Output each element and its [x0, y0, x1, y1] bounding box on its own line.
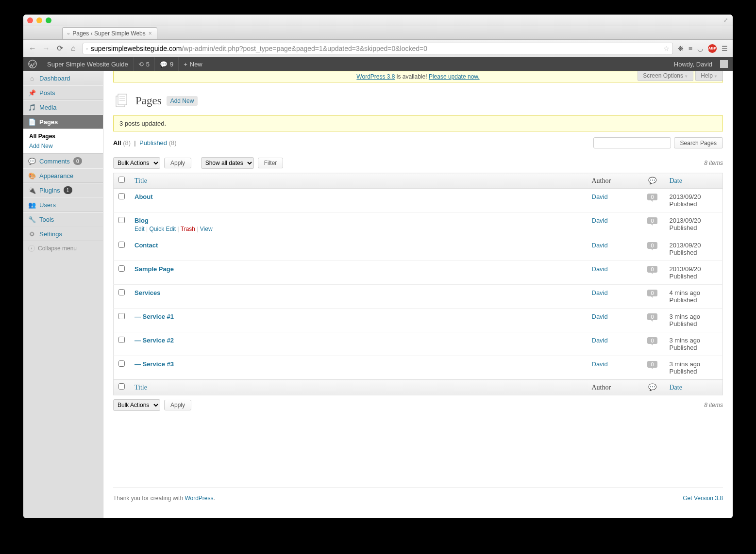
row-checkbox[interactable]	[118, 217, 125, 223]
page-title-link[interactable]: — Service #3	[134, 360, 174, 368]
search-input[interactable]	[593, 137, 671, 148]
col-author[interactable]: Author	[587, 173, 640, 189]
row-checkbox[interactable]	[118, 313, 125, 319]
submenu-add-new[interactable]: Add New	[23, 141, 103, 151]
col-title-foot[interactable]: Title	[130, 380, 587, 395]
row-checkbox[interactable]	[118, 265, 125, 272]
collapse-menu-button[interactable]: ‹ Collapse menu	[23, 241, 103, 256]
bulk-actions-select[interactable]: Bulk Actions	[113, 157, 160, 169]
quick-edit-link[interactable]: Quick Edit	[149, 226, 176, 232]
row-checkbox[interactable]	[118, 289, 125, 295]
row-checkbox[interactable]	[118, 242, 125, 248]
buffer-icon[interactable]: ≡	[689, 45, 692, 52]
search-pages-button[interactable]: Search Pages	[674, 137, 723, 148]
add-new-button[interactable]: Add New	[167, 96, 198, 106]
comment-count-badge[interactable]: 0	[647, 313, 657, 320]
author-link[interactable]: David	[592, 360, 608, 368]
filter-all[interactable]: All	[113, 139, 121, 147]
page-title-link[interactable]: Blog	[134, 217, 149, 224]
sidebar-item-plugins[interactable]: 🔌Plugins1	[23, 183, 103, 197]
site-name-link[interactable]: Super Simple Website Guide	[42, 57, 133, 71]
page-title-link[interactable]: Sample Page	[134, 265, 174, 273]
back-button[interactable]: ←	[28, 44, 37, 53]
select-all-checkbox[interactable]	[118, 177, 125, 183]
my-account-link[interactable]: Howdy, David	[669, 57, 717, 71]
filter-button[interactable]: Filter	[258, 158, 284, 168]
bulk-actions-select-bottom[interactable]: Bulk Actions	[113, 399, 160, 411]
sidebar-item-users[interactable]: 👥Users	[23, 198, 103, 212]
fullscreen-icon[interactable]: ⤢	[723, 17, 728, 23]
select-all-checkbox-foot[interactable]	[118, 383, 125, 390]
wordpress-logo-icon[interactable]	[23, 60, 42, 68]
avatar[interactable]	[720, 60, 728, 68]
reload-button[interactable]: ⟳	[55, 44, 64, 53]
apply-bulk-button[interactable]: Apply	[164, 158, 191, 168]
sidebar-item-appearance[interactable]: 🎨Appearance	[23, 169, 103, 182]
help-button[interactable]: Help	[695, 71, 723, 81]
window-close-button[interactable]	[27, 17, 33, 23]
browser-tab[interactable]: ▫ Pages ‹ Super Simple Webs ×	[62, 27, 157, 39]
sidebar-item-settings[interactable]: ⚙Settings	[23, 227, 103, 241]
view-link[interactable]: View	[200, 226, 213, 232]
col-date-foot[interactable]: Date	[665, 380, 723, 395]
author-link[interactable]: David	[592, 337, 608, 344]
row-checkbox[interactable]	[118, 360, 125, 367]
window-maximize-button[interactable]	[46, 17, 51, 23]
filter-published[interactable]: Published	[139, 139, 167, 147]
adblock-icon[interactable]: ABP	[708, 44, 717, 53]
sidebar-item-posts[interactable]: 📌Posts	[23, 86, 103, 99]
col-title[interactable]: Title	[130, 173, 587, 189]
get-version-link[interactable]: Get Version 3.8	[683, 495, 723, 502]
updates-link[interactable]: ⟲5	[134, 57, 154, 71]
window-minimize-button[interactable]	[36, 17, 42, 23]
comment-count-badge[interactable]: 0	[647, 194, 657, 200]
comment-count-badge[interactable]: 0	[647, 242, 657, 249]
col-date[interactable]: Date	[665, 173, 723, 189]
comment-count-badge[interactable]: 0	[647, 217, 657, 224]
row-checkbox[interactable]	[118, 193, 125, 199]
home-button[interactable]: ⌂	[69, 44, 78, 53]
comments-link[interactable]: 💬9	[155, 57, 178, 71]
sidebar-item-tools[interactable]: 🔧Tools	[23, 212, 103, 226]
address-bar[interactable]: ▫ supersimplewebsiteguide.com/wp-admin/e…	[83, 43, 673, 54]
close-tab-icon[interactable]: ×	[149, 30, 152, 37]
col-author-foot[interactable]: Author	[587, 380, 640, 395]
author-link[interactable]: David	[592, 289, 608, 296]
screen-options-button[interactable]: Screen Options	[638, 71, 693, 81]
pocket-icon[interactable]: ◡	[697, 45, 703, 52]
sidebar-item-dashboard[interactable]: ⌂Dashboard	[23, 71, 103, 85]
page-title-link[interactable]: — Service #1	[134, 313, 174, 320]
evernote-icon[interactable]: ❋	[678, 45, 684, 52]
wp-version-link[interactable]: WordPress 3.8	[356, 73, 395, 80]
submenu-all-pages[interactable]: All Pages	[23, 131, 103, 141]
comment-count-badge[interactable]: 0	[647, 337, 657, 344]
author-link[interactable]: David	[592, 217, 608, 224]
col-comments-foot[interactable]: 💬	[640, 380, 665, 395]
row-checkbox[interactable]	[118, 337, 125, 343]
sidebar-item-comments[interactable]: 💬Comments0	[23, 154, 103, 168]
sidebar-item-media[interactable]: 🎵Media	[23, 100, 103, 114]
author-link[interactable]: David	[592, 193, 608, 200]
forward-button[interactable]: →	[42, 44, 50, 53]
browser-menu-icon[interactable]: ☰	[722, 45, 728, 52]
update-now-link[interactable]: Please update now.	[429, 73, 480, 80]
author-link[interactable]: David	[592, 242, 608, 249]
apply-bulk-button-bottom[interactable]: Apply	[164, 400, 191, 410]
page-title-link[interactable]: Contact	[134, 242, 158, 249]
wordpress-link[interactable]: WordPress	[185, 495, 213, 502]
author-link[interactable]: David	[592, 265, 608, 273]
new-content-link[interactable]: +New	[179, 57, 207, 71]
col-comments[interactable]: 💬	[640, 173, 665, 189]
edit-link[interactable]: Edit	[134, 226, 145, 232]
author-link[interactable]: David	[592, 313, 608, 320]
date-filter-select[interactable]: Show all dates	[201, 157, 254, 169]
page-title-link[interactable]: Services	[134, 289, 161, 296]
comment-count-badge[interactable]: 0	[647, 290, 657, 296]
sidebar-item-pages[interactable]: 📄Pages	[23, 115, 103, 129]
comment-count-badge[interactable]: 0	[647, 266, 657, 273]
comment-count-badge[interactable]: 0	[647, 361, 657, 368]
bookmark-star-icon[interactable]: ☆	[663, 45, 670, 52]
page-title-link[interactable]: About	[134, 193, 153, 200]
trash-link[interactable]: Trash	[181, 226, 195, 232]
page-title-link[interactable]: — Service #2	[134, 337, 174, 344]
